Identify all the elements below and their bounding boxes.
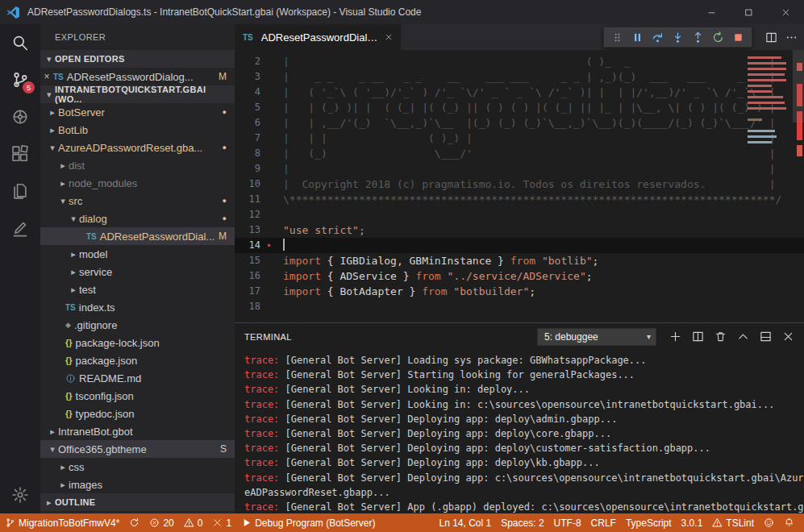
debug-icon[interactable] (0, 98, 40, 135)
scrollbar[interactable] (793, 50, 804, 123)
chevron-down-icon: ▾ (47, 444, 58, 455)
plus-icon[interactable] (669, 330, 681, 343)
tree-folder-office365-gbtheme[interactable]: ▾Office365.gbthemeS (40, 440, 235, 458)
ts-version[interactable]: 3.0.1 (677, 513, 708, 532)
code-editor[interactable]: 2| ( )_ _ |3| _ _ _ __ _ _ __ ___ ___ _ … (235, 50, 804, 322)
code-text: import { ADService } from "../service/AD… (272, 268, 593, 284)
tree-file-readme-md[interactable]: README.md (40, 369, 235, 387)
workspace-header[interactable]: ▾ INTRANETBOTQUICKSTART.GBAI (WO... (40, 85, 235, 103)
trash-icon[interactable] (714, 330, 727, 343)
extensions-icon[interactable] (0, 135, 40, 172)
tree-file--gitignore[interactable]: ◆.gitignore (40, 316, 235, 334)
git-branch-status[interactable]: MigrationToBotFmwV4* (0, 513, 124, 532)
window-title: ADResetPasswordDialogs.ts - IntranetBotQ… (27, 6, 421, 18)
stop-icon[interactable] (728, 27, 748, 47)
pause-icon[interactable] (627, 27, 648, 47)
eol[interactable]: CRLF (586, 513, 621, 532)
line-number[interactable]: 8 (235, 146, 272, 161)
line-number[interactable]: 2 (235, 54, 272, 69)
line-number[interactable]: 3 (235, 69, 272, 85)
terminal-tab[interactable]: TERMINAL (244, 332, 292, 342)
maximize-button[interactable] (730, 0, 767, 24)
indentation[interactable]: Spaces: 2 (496, 513, 548, 532)
language-mode[interactable]: TypeScript (621, 513, 677, 532)
tree-folder-azureadpasswordreset-gba-[interactable]: ▾AzureADPasswordReset.gba...● (40, 139, 235, 156)
tree-folder-css[interactable]: ▸css (40, 458, 235, 476)
tree-folder-test[interactable]: ▸test (40, 281, 235, 298)
tree-file-package-json[interactable]: {}package.json (40, 351, 235, 369)
tree-folder-node-modules[interactable]: ▸node_modules (40, 174, 235, 192)
panel-icon[interactable] (760, 330, 772, 343)
tree-file-index-ts[interactable]: TSindex.ts (40, 298, 235, 316)
tree-file-package-lock-json[interactable]: {}package-lock.json (40, 334, 235, 351)
minimap[interactable] (744, 52, 791, 322)
line-number[interactable]: 14▸ (235, 238, 272, 253)
tree-folder-intranetbot-gbot[interactable]: ▸IntranetBot.gbot (40, 422, 235, 440)
outline-header[interactable]: ▸ OUTLINE (40, 493, 235, 511)
minimize-button[interactable] (693, 0, 730, 24)
terminal-output[interactable]: trace: [General Bot Server] Loading sys … (235, 350, 804, 513)
step-over-icon[interactable] (648, 27, 668, 47)
line-number[interactable]: 10 (235, 177, 272, 192)
tree-file-typedoc-json[interactable]: {}typedoc.json (40, 405, 235, 422)
line-number[interactable]: 17 (235, 284, 272, 299)
chevron-up-icon[interactable] (737, 330, 749, 343)
grip-icon[interactable] (607, 27, 627, 47)
modified-badge: M (219, 71, 227, 82)
warnings-count[interactable]: 0 (179, 513, 208, 532)
tree-file-tsconfig-json[interactable]: {}tsconfig.json (40, 387, 235, 405)
cursor-position[interactable]: Ln 14, Col 1 (434, 513, 496, 532)
line-number[interactable]: 15 (235, 253, 272, 268)
tree-folder-dist[interactable]: ▸dist (40, 156, 235, 174)
tab-close-icon[interactable] (385, 33, 393, 41)
tree-folder-src[interactable]: ▾src● (40, 192, 235, 210)
code-text (272, 207, 283, 222)
line-number[interactable]: 13 (235, 222, 272, 238)
close-icon[interactable]: × (40, 71, 53, 82)
step-into-icon[interactable] (668, 27, 688, 47)
tree-folder-botlib[interactable]: ▸BotLib (40, 121, 235, 139)
ellipsis-icon[interactable] (785, 31, 798, 44)
line-number[interactable]: 4 (235, 85, 272, 100)
gear-icon[interactable] (0, 476, 40, 513)
tab-adresetpassworddialogs[interactable]: TS ADResetPasswordDialogs.ts (235, 24, 401, 50)
line-number[interactable]: 12 (235, 207, 272, 222)
line-number[interactable]: 18 (235, 299, 272, 314)
files-icon[interactable] (0, 172, 40, 210)
line-number[interactable]: 7 (235, 131, 272, 146)
split-editor-icon[interactable] (765, 31, 777, 44)
extra-count[interactable]: 1 (207, 513, 236, 532)
errors-count[interactable]: 20 (144, 513, 178, 532)
tree-folder-botserver[interactable]: ▸BotServer● (40, 103, 235, 121)
line-number[interactable]: 5 (235, 100, 272, 115)
tree-folder-dialog[interactable]: ▾dialog● (40, 210, 235, 227)
feedback-smiley[interactable] (759, 513, 779, 532)
line-number[interactable]: 9 (235, 161, 272, 177)
terminal-instance-select[interactable]: 5: debuggee ▾ (537, 328, 656, 346)
tslint-status[interactable]: TSLint (707, 513, 759, 532)
line-number[interactable]: 6 (235, 115, 272, 131)
notifications-bell[interactable] (779, 513, 799, 532)
tree-item-label: service (79, 266, 112, 278)
tree-file-adresetpassworddial-[interactable]: TSADResetPasswordDial...M (40, 227, 235, 245)
debug-config[interactable]: Debug Program (BotServer) (236, 513, 380, 532)
line-number[interactable]: 16 (235, 268, 272, 284)
line-number[interactable]: 11 (235, 192, 272, 207)
terminal-header: TERMINAL 5: debuggee ▾ (235, 323, 804, 350)
explorer-sidebar: EXPLORER ▾ OPEN EDITORS ×TSADResetPasswo… (40, 24, 235, 513)
step-out-icon[interactable] (688, 27, 708, 47)
sync-status[interactable] (124, 513, 144, 532)
tree-folder-images[interactable]: ▸images (40, 476, 235, 493)
open-editors-header[interactable]: ▾ OPEN EDITORS (40, 50, 235, 68)
tree-folder-model[interactable]: ▸model (40, 245, 235, 263)
edit-icon[interactable] (0, 210, 40, 247)
tree-folder-service[interactable]: ▸service (40, 263, 235, 281)
search-icon[interactable] (0, 24, 40, 61)
encoding[interactable]: UTF-8 (549, 513, 586, 532)
close-icon[interactable] (782, 330, 794, 343)
split-terminal-icon[interactable] (692, 330, 704, 343)
open-editor-item[interactable]: ×TSADResetPasswordDialog...M (40, 68, 235, 85)
close-button[interactable] (767, 0, 804, 24)
source-control-icon[interactable]: 5 (0, 61, 40, 98)
restart-icon[interactable] (708, 27, 728, 47)
